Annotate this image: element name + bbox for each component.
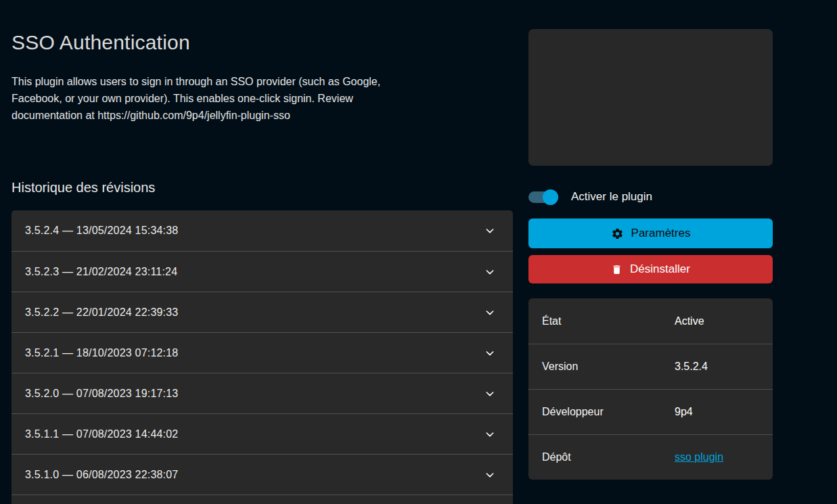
- revision-label: 3.5.2.0 — 07/08/2023 19:17:13: [25, 388, 178, 400]
- chevron-down-icon: [484, 348, 495, 359]
- info-row-developer: Développeur 9p4: [528, 389, 773, 434]
- revision-label: 3.5.1.1 — 07/08/2023 14:44:02: [25, 428, 178, 440]
- revision-list: 3.5.2.4 — 13/05/2024 15:34:38 3.5.2.3 — …: [12, 210, 513, 504]
- revision-row[interactable]: 3.5.2.4 — 13/05/2024 15:34:38: [12, 210, 513, 251]
- settings-button[interactable]: Paramètres: [528, 219, 773, 248]
- revision-row[interactable]: 3.5.1.0 — 06/08/2023 22:38:07: [12, 454, 513, 495]
- revision-row[interactable]: 3.5.2.3 — 21/02/2024 23:11:24: [12, 251, 513, 292]
- enable-plugin-toggle[interactable]: [528, 191, 558, 203]
- enable-plugin-label: Activer le plugin: [571, 190, 652, 204]
- plugin-description: This plugin allows users to sign in thro…: [12, 73, 513, 124]
- revision-row[interactable]: 3.5.2.0 — 07/08/2023 19:17:13: [12, 373, 513, 413]
- revision-row[interactable]: 3.5.2.2 — 22/01/2024 22:39:33: [12, 292, 513, 332]
- chevron-down-icon: [484, 225, 495, 236]
- uninstall-button[interactable]: Désinstaller: [528, 255, 773, 283]
- page-title: SSO Authentication: [12, 31, 513, 54]
- version-value: 3.5.2.4: [675, 361, 708, 373]
- status-value: Active: [675, 315, 704, 327]
- developer-value: 9p4: [675, 406, 693, 418]
- info-row-version: Version 3.5.2.4: [528, 344, 773, 389]
- plugin-info-table: État Active Version 3.5.2.4 Développeur …: [528, 298, 773, 480]
- enable-plugin-row: Activer le plugin: [528, 189, 773, 205]
- info-label: Dépôt: [542, 451, 675, 463]
- plugin-thumbnail: [528, 29, 773, 166]
- info-label: Développeur: [542, 406, 675, 418]
- toggle-knob-icon: [543, 189, 558, 205]
- info-row-repository: Dépôt sso plugin: [528, 434, 773, 480]
- revision-label: 3.5.2.4 — 13/05/2024 15:34:38: [25, 225, 178, 237]
- revision-label: 3.5.2.3 — 21/02/2024 23:11:24: [25, 266, 177, 278]
- right-column: Activer le plugin Paramètres Désinstalle…: [528, 0, 773, 504]
- revision-label: 3.5.2.1 — 18/10/2023 07:12:18: [25, 347, 178, 359]
- revision-label: 3.5.1.0 — 06/08/2023 22:38:07: [25, 469, 178, 481]
- repository-link[interactable]: sso plugin: [675, 451, 723, 463]
- uninstall-button-label: Désinstaller: [630, 262, 690, 276]
- trash-icon: [611, 264, 623, 275]
- plugin-detail-page: SSO Authentication This plugin allows us…: [0, 0, 837, 504]
- info-label: État: [542, 315, 675, 327]
- settings-button-label: Paramètres: [631, 227, 691, 240]
- revision-label: 3.5.2.2 — 22/01/2024 22:39:33: [25, 306, 178, 319]
- chevron-down-icon: [484, 307, 495, 318]
- chevron-down-icon: [484, 388, 495, 399]
- revision-row[interactable]: [12, 495, 513, 504]
- chevron-down-icon: [484, 267, 495, 277]
- left-column: SSO Authentication This plugin allows us…: [12, 0, 513, 504]
- revisions-heading: Historique des révisions: [12, 179, 513, 196]
- gear-icon: [611, 227, 624, 240]
- chevron-down-icon: [484, 429, 495, 440]
- revision-row[interactable]: 3.5.1.1 — 07/08/2023 14:44:02: [12, 413, 513, 454]
- info-row-status: État Active: [528, 298, 773, 344]
- chevron-down-icon: [484, 469, 495, 480]
- revision-row[interactable]: 3.5.2.1 — 18/10/2023 07:12:18: [12, 332, 513, 373]
- info-label: Version: [542, 361, 675, 373]
